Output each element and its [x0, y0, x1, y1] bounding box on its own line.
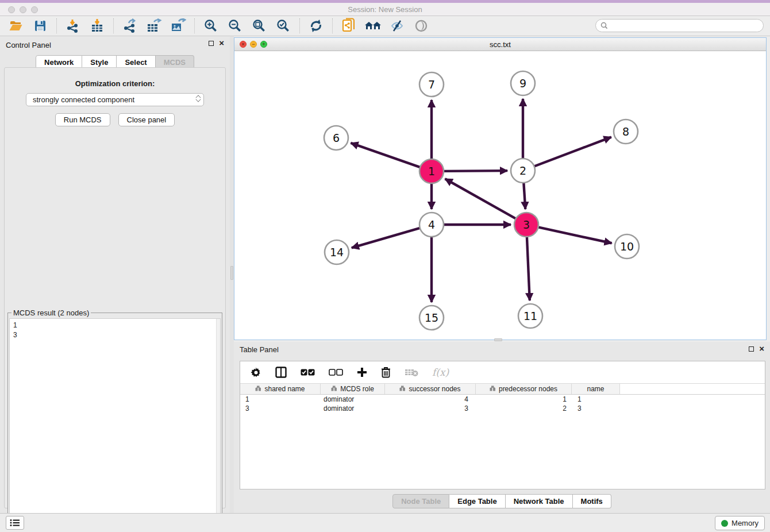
gear-icon[interactable] [251, 367, 261, 378]
edge-1-6[interactable] [351, 143, 420, 167]
column-type-icon [399, 385, 406, 393]
table-row[interactable]: 3dominator323 [240, 404, 765, 413]
edge-1-2[interactable] [444, 171, 507, 171]
import-network-icon[interactable] [64, 18, 82, 34]
splitter-grip[interactable] [230, 266, 233, 280]
network-canvas[interactable]: 7968124314101511 [234, 51, 766, 340]
zoom-out-icon[interactable] [226, 18, 244, 34]
graph-node-9[interactable]: 9 [511, 71, 535, 95]
deselect-all-icon[interactable] [329, 369, 343, 376]
horizontal-splitter-grip[interactable] [494, 338, 502, 341]
graph-node-14[interactable]: 14 [325, 240, 349, 264]
table-cell[interactable]: 2 [476, 404, 572, 413]
table-cell[interactable]: 4 [385, 395, 476, 404]
window-title: Session: New Session [0, 5, 770, 14]
graph-node-2[interactable]: 2 [511, 159, 535, 183]
column-header-MCDS-role[interactable]: MCDS role [321, 384, 385, 394]
main-toolbar [0, 16, 770, 36]
table-cell[interactable]: 1 [476, 395, 572, 404]
delete-column-icon[interactable] [381, 367, 391, 378]
column-header-successor-nodes[interactable]: successor nodes [385, 384, 476, 394]
graph-node-15[interactable]: 15 [419, 306, 444, 330]
tab-edge-table[interactable]: Edge Table [449, 494, 505, 508]
result-scrollbar[interactable] [216, 319, 220, 529]
edge-3-11[interactable] [527, 237, 530, 300]
column-header-predecessor-nodes[interactable]: predecessor nodes [476, 384, 572, 394]
apply-layout-icon[interactable] [307, 18, 325, 34]
network-window-titlebar[interactable]: × − + scc.txt [234, 38, 766, 51]
close-panel-icon[interactable]: × [759, 346, 764, 352]
function-builder-icon[interactable]: f(x) [432, 367, 449, 378]
open-file-icon[interactable] [7, 18, 25, 34]
memory-button[interactable]: Memory [715, 516, 765, 530]
double-home-icon[interactable] [364, 18, 382, 34]
import-table-icon[interactable] [88, 18, 106, 34]
float-panel-icon[interactable] [209, 41, 214, 46]
close-panel-button[interactable]: Close panel [118, 113, 175, 126]
zoom-fit-icon[interactable] [250, 18, 268, 34]
export-table-icon[interactable] [145, 18, 163, 34]
table-cell[interactable]: 3 [572, 404, 620, 413]
dropdown-selected-value: strongly connected component [33, 95, 134, 104]
save-session-icon[interactable] [31, 18, 49, 34]
dropdown-stepper-icon [196, 95, 200, 101]
list-icon [10, 519, 20, 527]
edge-2-3[interactable] [523, 183, 525, 209]
node-label: 14 [330, 246, 344, 259]
table-cell[interactable]: 3 [240, 404, 321, 413]
tab-node-table[interactable]: Node Table [392, 494, 449, 508]
table-row[interactable]: 1dominator411 [240, 395, 765, 404]
table-cell[interactable]: dominator [321, 395, 385, 404]
table-cell[interactable]: 1 [572, 395, 620, 404]
zoom-selected-icon[interactable] [274, 18, 292, 34]
tab-network-table[interactable]: Network Table [506, 494, 573, 508]
node-label: 15 [425, 311, 438, 324]
edge-4-14[interactable] [352, 228, 420, 248]
table-cell[interactable]: 3 [385, 404, 476, 413]
node-label: 11 [523, 310, 537, 322]
table-cell[interactable]: dominator [321, 404, 385, 413]
search-field[interactable] [595, 19, 764, 32]
network-view-window: × − + scc.txt 7968124314101511 [234, 37, 767, 340]
hide-eye-icon[interactable] [388, 18, 406, 34]
optimization-criterion-dropdown[interactable]: strongly connected component [26, 93, 204, 106]
export-network-icon[interactable] [121, 18, 139, 34]
column-header-name[interactable]: name [572, 384, 620, 394]
table-body: 1dominator4113dominator323 [240, 395, 765, 413]
add-column-icon[interactable] [357, 367, 367, 377]
graph-node-11[interactable]: 11 [518, 304, 542, 328]
delete-table-icon[interactable] [405, 368, 418, 377]
titlebar-accent [0, 0, 770, 3]
mcds-result-textarea[interactable]: 13 [9, 318, 221, 529]
search-input[interactable] [611, 22, 759, 30]
graph-node-8[interactable]: 8 [614, 119, 638, 144]
eye-icon[interactable] [412, 18, 430, 34]
select-all-icon[interactable] [301, 369, 315, 376]
column-header-label: predecessor nodes [499, 385, 557, 393]
node-table: f(x) shared nameMCDS rolesuccessor nodes… [240, 361, 765, 489]
tab-motifs[interactable]: Motifs [573, 494, 611, 508]
graph-node-1[interactable]: 1 [419, 159, 444, 183]
graph-node-6[interactable]: 6 [324, 126, 348, 150]
vertical-splitter[interactable] [230, 36, 234, 513]
column-header-label: shared name [264, 385, 305, 393]
column-pane-icon[interactable] [275, 367, 287, 378]
table-cell[interactable]: 1 [240, 395, 321, 404]
float-panel-icon[interactable] [749, 346, 754, 352]
column-header-shared-name[interactable]: shared name [240, 384, 321, 394]
edge-3-1[interactable] [445, 179, 516, 218]
edge-2-8[interactable] [534, 137, 611, 167]
edge-3-10[interactable] [538, 227, 612, 243]
graph-node-4[interactable]: 4 [419, 213, 444, 237]
graph-node-7[interactable]: 7 [419, 72, 444, 97]
column-type-icon [490, 385, 496, 393]
close-panel-icon[interactable]: × [219, 40, 224, 46]
zoom-in-icon[interactable] [202, 18, 220, 34]
task-history-button[interactable] [6, 516, 24, 530]
node-label: 8 [622, 125, 629, 138]
graph-node-3[interactable]: 3 [514, 213, 538, 237]
run-mcds-button[interactable]: Run MCDS [55, 113, 110, 126]
clone-network-icon[interactable] [340, 18, 358, 34]
graph-node-10[interactable]: 10 [615, 234, 639, 259]
export-image-icon[interactable] [169, 18, 187, 34]
